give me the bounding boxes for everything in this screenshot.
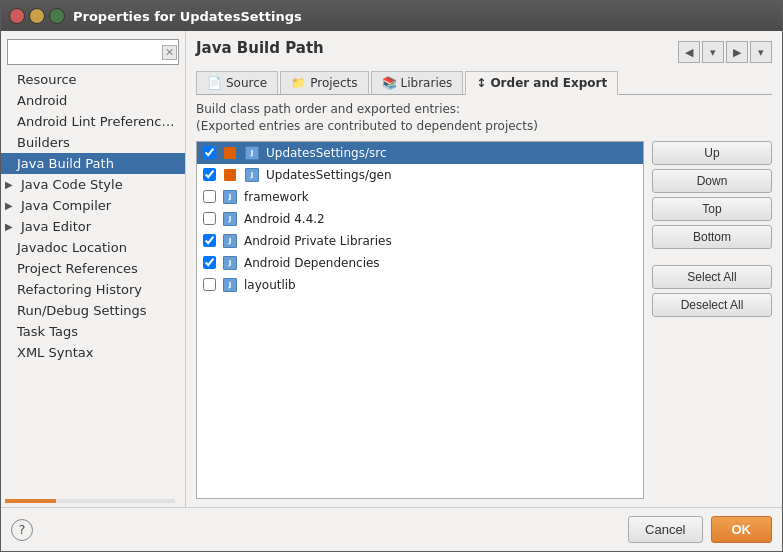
minimize-button[interactable] bbox=[29, 8, 45, 24]
sidebar-item-resource[interactable]: Resource bbox=[1, 69, 185, 90]
jar-icon: J bbox=[244, 167, 260, 183]
tab-libraries[interactable]: 📚 Libraries bbox=[371, 71, 464, 94]
list-item[interactable]: J framework bbox=[197, 186, 643, 208]
item-label: layoutlib bbox=[244, 278, 296, 292]
down-button[interactable]: Down bbox=[652, 169, 772, 193]
dialog-footer: ? Cancel OK bbox=[1, 507, 782, 551]
cancel-button[interactable]: Cancel bbox=[628, 516, 702, 543]
sidebar-item-java-compiler[interactable]: ▶ Java Compiler bbox=[1, 195, 185, 216]
java-build-path-label: Java Build Path bbox=[17, 156, 114, 171]
source-tab-icon: 📄 bbox=[207, 76, 222, 90]
list-item[interactable]: J layoutlib bbox=[197, 274, 643, 296]
nav-forward-dropdown[interactable]: ▾ bbox=[750, 41, 772, 63]
resource-label: Resource bbox=[17, 72, 77, 87]
tab-source-label: Source bbox=[226, 76, 267, 90]
top-button[interactable]: Top bbox=[652, 197, 772, 221]
maximize-button[interactable] bbox=[49, 8, 65, 24]
search-input[interactable] bbox=[12, 45, 162, 59]
list-item[interactable]: J Android Dependencies bbox=[197, 252, 643, 274]
tab-projects[interactable]: 📁 Projects bbox=[280, 71, 368, 94]
search-clear-button[interactable]: ✕ bbox=[162, 45, 177, 60]
android-lint-label: Android Lint Preferenc… bbox=[17, 114, 174, 129]
action-buttons: Up Down Top Bottom Select All Deselect A… bbox=[652, 141, 772, 499]
project-references-label: Project References bbox=[17, 261, 138, 276]
sidebar-item-builders[interactable]: Builders bbox=[1, 132, 185, 153]
tabs-bar: 📄 Source 📁 Projects 📚 Libraries ↕ Order … bbox=[196, 71, 772, 95]
content-area: J UpdatesSettings/src J UpdatesSettings/… bbox=[196, 141, 772, 499]
task-tags-label: Task Tags bbox=[17, 324, 78, 339]
item-checkbox[interactable] bbox=[203, 256, 216, 269]
sidebar-item-task-tags[interactable]: Task Tags bbox=[1, 321, 185, 342]
tab-libraries-label: Libraries bbox=[401, 76, 453, 90]
sidebar-item-java-code-style[interactable]: ▶ Java Code Style bbox=[1, 174, 185, 195]
up-button[interactable]: Up bbox=[652, 141, 772, 165]
javadoc-label: Javadoc Location bbox=[17, 240, 127, 255]
java-code-style-label: Java Code Style bbox=[21, 177, 123, 192]
tab-order-label: Order and Export bbox=[490, 76, 607, 90]
deselect-all-button[interactable]: Deselect All bbox=[652, 293, 772, 317]
sidebar-item-run-debug[interactable]: Run/Debug Settings bbox=[1, 300, 185, 321]
ok-button[interactable]: OK bbox=[711, 516, 773, 543]
nav-back-dropdown[interactable]: ▾ bbox=[702, 41, 724, 63]
jar-icon: J bbox=[222, 255, 238, 271]
jar-icon: J bbox=[222, 189, 238, 205]
build-path-list[interactable]: J UpdatesSettings/src J UpdatesSettings/… bbox=[196, 141, 644, 499]
item-checkbox[interactable] bbox=[203, 190, 216, 203]
nav-forward-button[interactable]: ▶ bbox=[726, 41, 748, 63]
sidebar-item-android-lint[interactable]: Android Lint Preferenc… bbox=[1, 111, 185, 132]
sidebar-item-java-build-path[interactable]: Java Build Path bbox=[1, 153, 185, 174]
item-checkbox[interactable] bbox=[203, 212, 216, 225]
tab-source[interactable]: 📄 Source bbox=[196, 71, 278, 94]
sidebar-item-android[interactable]: Android bbox=[1, 90, 185, 111]
item-checkbox[interactable] bbox=[203, 278, 216, 291]
sidebar-item-javadoc[interactable]: Javadoc Location bbox=[1, 237, 185, 258]
android-label: Android bbox=[17, 93, 67, 108]
item-label: framework bbox=[244, 190, 309, 204]
dialog-window: Properties for UpdatesSettings ✕ Resourc… bbox=[0, 0, 783, 552]
libraries-tab-icon: 📚 bbox=[382, 76, 397, 90]
titlebar: Properties for UpdatesSettings bbox=[1, 1, 782, 31]
sidebar-item-project-references[interactable]: Project References bbox=[1, 258, 185, 279]
footer-left: ? bbox=[11, 519, 33, 541]
refactoring-label: Refactoring History bbox=[17, 282, 142, 297]
item-checkbox[interactable] bbox=[203, 146, 216, 159]
list-item[interactable]: J UpdatesSettings/src bbox=[197, 142, 643, 164]
builders-label: Builders bbox=[17, 135, 70, 150]
list-item[interactable]: J Android Private Libraries bbox=[197, 230, 643, 252]
sidebar-item-xml-syntax[interactable]: XML Syntax bbox=[1, 342, 185, 363]
desc-line2: (Exported entries are contributed to dep… bbox=[196, 118, 772, 135]
bottom-button[interactable]: Bottom bbox=[652, 225, 772, 249]
item-label: Android Dependencies bbox=[244, 256, 380, 270]
search-box[interactable]: ✕ bbox=[7, 39, 179, 65]
list-item[interactable]: J UpdatesSettings/gen bbox=[197, 164, 643, 186]
item-label: UpdatesSettings/gen bbox=[266, 168, 392, 182]
order-tab-icon: ↕ bbox=[476, 76, 486, 90]
item-checkbox[interactable] bbox=[203, 168, 216, 181]
select-all-button[interactable]: Select All bbox=[652, 265, 772, 289]
run-debug-label: Run/Debug Settings bbox=[17, 303, 147, 318]
xml-syntax-label: XML Syntax bbox=[17, 345, 93, 360]
help-button[interactable]: ? bbox=[11, 519, 33, 541]
jar-icon: J bbox=[222, 211, 238, 227]
expand-arrow-icon: ▶ bbox=[5, 221, 17, 232]
nav-buttons: ◀ ▾ ▶ ▾ bbox=[678, 41, 772, 63]
jar-icon: J bbox=[222, 233, 238, 249]
close-button[interactable] bbox=[9, 8, 25, 24]
tab-order-export[interactable]: ↕ Order and Export bbox=[465, 71, 618, 95]
panel-title: Java Build Path bbox=[196, 39, 324, 57]
list-item[interactable]: J Android 4.4.2 bbox=[197, 208, 643, 230]
sidebar-item-refactoring[interactable]: Refactoring History bbox=[1, 279, 185, 300]
desc-line1: Build class path order and exported entr… bbox=[196, 101, 772, 118]
dialog-title: Properties for UpdatesSettings bbox=[73, 9, 302, 24]
main-panel: Java Build Path ◀ ▾ ▶ ▾ 📄 Source 📁 Proje… bbox=[186, 31, 782, 507]
item-label: UpdatesSettings/src bbox=[266, 146, 387, 160]
sidebar-item-java-editor[interactable]: ▶ Java Editor bbox=[1, 216, 185, 237]
projects-tab-icon: 📁 bbox=[291, 76, 306, 90]
description: Build class path order and exported entr… bbox=[196, 101, 772, 135]
progress-bar bbox=[5, 499, 175, 503]
expand-arrow-icon: ▶ bbox=[5, 200, 17, 211]
jar-icon: J bbox=[222, 277, 238, 293]
item-checkbox[interactable] bbox=[203, 234, 216, 247]
java-compiler-label: Java Compiler bbox=[21, 198, 111, 213]
nav-back-button[interactable]: ◀ bbox=[678, 41, 700, 63]
